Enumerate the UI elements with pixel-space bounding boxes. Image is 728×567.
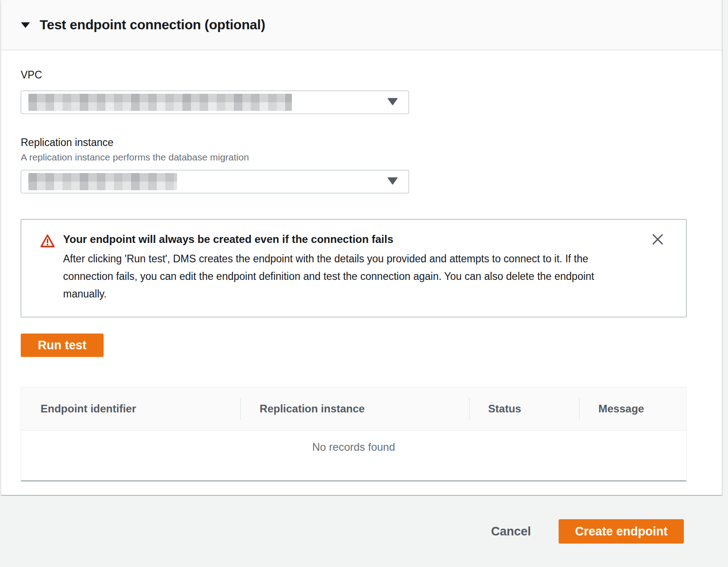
replication-instance-label: Replication instance bbox=[21, 137, 722, 149]
warning-content: Your endpoint will always be created eve… bbox=[63, 233, 637, 303]
redacted-replication-instance-value bbox=[28, 173, 177, 190]
redacted-vpc-value bbox=[28, 94, 292, 111]
replication-instance-select[interactable] bbox=[21, 170, 409, 193]
empty-state-message: No records found bbox=[21, 431, 686, 453]
caret-down-icon bbox=[387, 98, 398, 107]
run-test-button[interactable]: Run test bbox=[21, 334, 104, 357]
test-results-table: Endpoint identifier Replication instance… bbox=[21, 387, 687, 481]
vpc-select[interactable] bbox=[21, 91, 409, 114]
warning-flash: Your endpoint will always be created eve… bbox=[21, 219, 687, 317]
panel-body: VPC Replication instance A replication i… bbox=[1, 50, 722, 481]
warning-title: Your endpoint will always be created eve… bbox=[63, 233, 637, 246]
column-header-replication-instance: Replication instance bbox=[240, 387, 469, 430]
replication-instance-description: A replication instance performs the data… bbox=[21, 152, 722, 163]
test-endpoint-connection-panel: Test endpoint connection (optional) VPC … bbox=[1, 0, 722, 496]
warning-body: After clicking 'Run test', DMS creates t… bbox=[63, 250, 637, 303]
caret-down-icon bbox=[21, 22, 30, 28]
footer-action-bar: Cancel Create endpoint bbox=[0, 496, 728, 567]
table-body: No records found bbox=[21, 431, 686, 480]
warning-triangle-icon bbox=[40, 234, 55, 250]
panel-title: Test endpoint connection (optional) bbox=[40, 17, 265, 32]
cancel-button[interactable]: Cancel bbox=[491, 525, 531, 539]
close-icon[interactable] bbox=[650, 232, 665, 247]
column-header-message: Message bbox=[579, 387, 686, 430]
panel-header[interactable]: Test endpoint connection (optional) bbox=[1, 0, 722, 50]
create-endpoint-button[interactable]: Create endpoint bbox=[559, 519, 684, 544]
caret-down-icon bbox=[387, 177, 398, 187]
table-header-row: Endpoint identifier Replication instance… bbox=[21, 387, 686, 431]
column-header-endpoint-identifier: Endpoint identifier bbox=[21, 387, 240, 430]
vpc-label: VPC bbox=[21, 69, 722, 81]
column-header-status: Status bbox=[469, 387, 579, 430]
